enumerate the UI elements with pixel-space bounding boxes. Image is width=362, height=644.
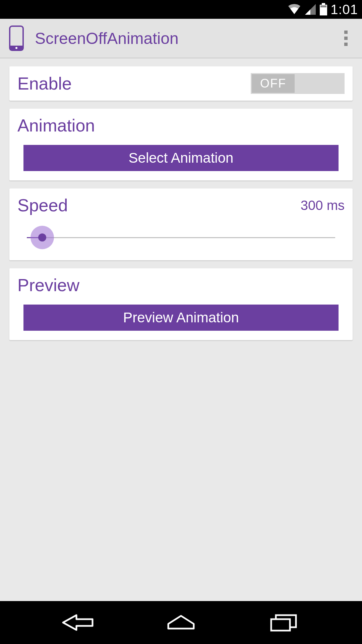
signal-icon (304, 3, 316, 15)
speed-slider[interactable] (27, 227, 335, 248)
wifi-icon (287, 3, 302, 15)
overflow-dot-icon (344, 43, 348, 46)
enable-card: Enable OFF (9, 66, 353, 101)
navigation-bar (0, 601, 362, 644)
back-button[interactable] (55, 609, 102, 636)
app-area: ScreenOffAnimation Enable OFF Animation (0, 19, 362, 601)
content: Enable OFF Animation Select Animation Sp… (0, 58, 362, 348)
overflow-dot-icon (344, 31, 348, 34)
preview-label: Preview (17, 275, 345, 295)
battery-icon (319, 3, 328, 16)
select-animation-button-label: Select Animation (129, 150, 234, 166)
speed-value: 300 ms (301, 198, 345, 213)
status-bar: 1:01 (0, 0, 362, 19)
app-phone-icon (8, 25, 25, 51)
speed-card: Speed 300 ms (9, 189, 353, 260)
svg-rect-0 (322, 3, 325, 5)
status-time: 1:01 (330, 2, 358, 17)
toggle-thumb: OFF (252, 74, 295, 93)
preview-card: Preview Preview Animation (9, 268, 353, 340)
home-button[interactable] (158, 609, 204, 636)
overflow-dot-icon (344, 37, 348, 40)
svg-rect-7 (271, 619, 290, 631)
select-animation-button[interactable]: Select Animation (23, 145, 339, 171)
svg-rect-2 (320, 5, 326, 7)
animation-card: Animation Select Animation (9, 109, 353, 180)
app-title: ScreenOffAnimation (35, 29, 338, 48)
speed-label: Speed (17, 195, 68, 215)
slider-track (27, 237, 335, 238)
preview-animation-button-label: Preview Animation (123, 310, 239, 326)
svg-point-6 (15, 47, 17, 49)
preview-animation-button[interactable]: Preview Animation (23, 305, 339, 331)
animation-label: Animation (17, 115, 345, 136)
action-bar: ScreenOffAnimation (0, 19, 362, 58)
enable-toggle[interactable]: OFF (251, 73, 345, 94)
recent-apps-button[interactable] (260, 609, 307, 636)
enable-label: Enable (17, 73, 72, 94)
overflow-menu-button[interactable] (338, 28, 354, 48)
slider-thumb (38, 233, 46, 241)
toggle-state-label: OFF (260, 76, 286, 91)
